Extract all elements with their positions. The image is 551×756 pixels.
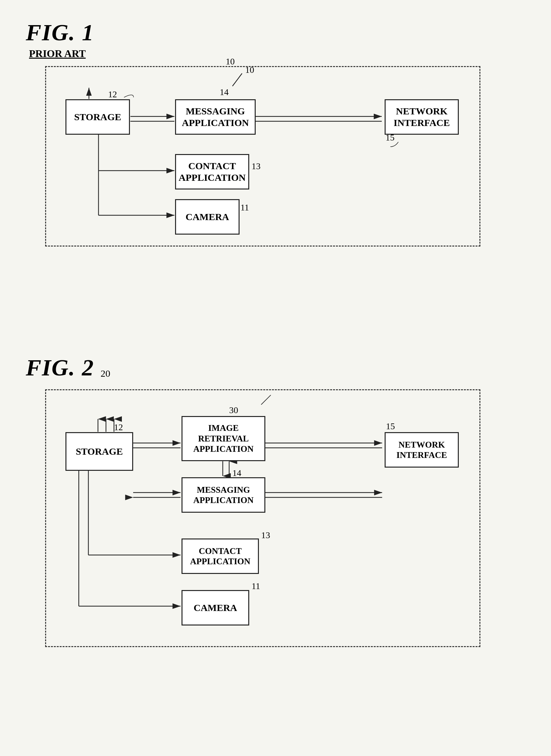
fig2-imgretrieval-box: IMAGE RETRIEVAL APPLICATION: [181, 416, 265, 461]
fig2-contact-box: CONTACT APPLICATION: [181, 538, 259, 574]
fig1-title: FIG. 1: [26, 19, 526, 46]
fig1-camera-box: CAMERA: [175, 199, 239, 235]
page: FIG. 1 PRIOR ART 10: [0, 0, 551, 756]
fig2-section: FIG. 2 20: [26, 354, 526, 647]
fig1-contact-box: CONTACT APPLICATION: [175, 154, 249, 189]
svg-text:12: 12: [114, 422, 123, 432]
fig1-storage-box: STORAGE: [65, 99, 130, 135]
fig2-storage-box: STORAGE: [65, 432, 133, 471]
svg-text:11: 11: [251, 581, 260, 591]
svg-text:12: 12: [108, 89, 117, 99]
svg-text:10: 10: [245, 67, 254, 75]
fig1-dashed-box: 10 12 14 15 13 11: [45, 66, 480, 247]
fig2-camera-box: CAMERA: [181, 590, 249, 625]
fig2-dashed-box: 12 30 14 15 13 11: [45, 389, 480, 647]
svg-text:30: 30: [229, 405, 238, 415]
svg-text:13: 13: [251, 161, 260, 171]
fig2-network-box: NETWORK INTERFACE: [385, 432, 459, 468]
fig1-ref10: 10: [226, 56, 235, 67]
svg-line-3: [232, 73, 242, 86]
fig2-messaging-box: MESSAGING APPLICATION: [181, 477, 265, 513]
svg-text:11: 11: [240, 202, 249, 212]
svg-line-29: [261, 395, 271, 405]
svg-text:14: 14: [219, 87, 228, 97]
fig2-title: FIG. 2: [26, 354, 94, 381]
svg-text:13: 13: [261, 530, 270, 540]
svg-text:14: 14: [232, 468, 241, 478]
svg-text:15: 15: [386, 421, 395, 431]
prior-art-label: PRIOR ART: [29, 48, 526, 60]
fig2-ref20: 20: [101, 368, 110, 379]
fig1-messaging-box: MESSAGING APPLICATION: [175, 99, 256, 135]
fig1-section: FIG. 1 PRIOR ART 10: [26, 19, 526, 247]
fig1-network-box: NETWORK INTERFACE: [385, 99, 459, 135]
